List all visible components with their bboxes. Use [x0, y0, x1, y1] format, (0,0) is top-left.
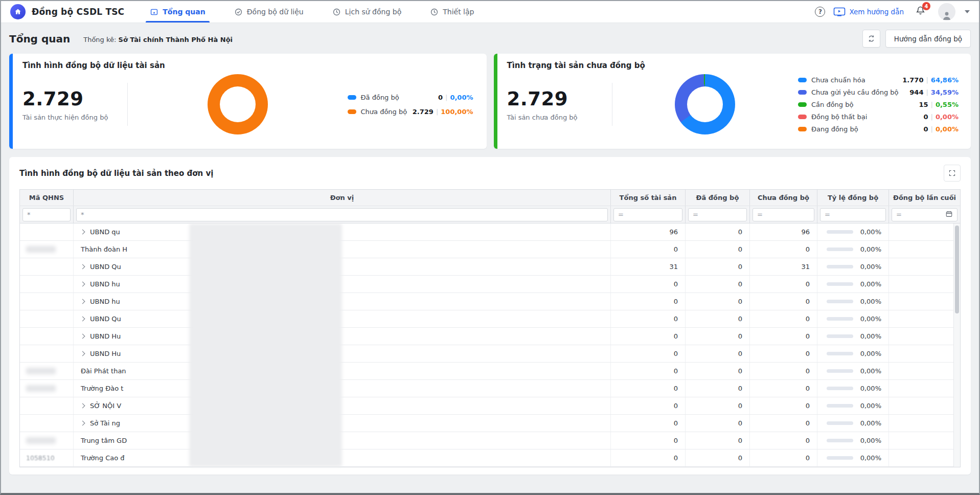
column-header-code[interactable]: Mã QHNS: [20, 190, 74, 206]
tab-lich-su-dong-bo[interactable]: Lịch sử đồng bộ: [331, 1, 402, 22]
tab-thiet-lap[interactable]: Thiết lập: [429, 1, 475, 22]
legend-value: 1.770: [902, 76, 923, 84]
expand-chevron-icon[interactable]: [80, 299, 85, 304]
column-header-unsynced[interactable]: Chưa đồng bộ: [750, 190, 817, 206]
rate-percent: 0,00%: [860, 263, 881, 271]
expand-chevron-icon[interactable]: [80, 351, 85, 356]
cell-rate: 0,00%: [817, 258, 889, 275]
table-row[interactable]: Trường Đào t 0 0 0 0,00%: [20, 380, 960, 397]
table-row[interactable]: UBND Hu 0 0 0 0,00%: [20, 328, 960, 345]
table-row[interactable]: Sở Tài ng 0 0 0 0,00%: [20, 415, 960, 432]
expand-chevron-icon[interactable]: [80, 317, 85, 322]
table-row[interactable]: Đài Phát than 0 0 0 0,00%: [20, 363, 960, 380]
sync-guide-button[interactable]: Hướng dẫn đồng bộ: [885, 30, 971, 48]
column-header-total[interactable]: Tổng số tài sản: [611, 190, 686, 206]
filter-operator: =: [896, 211, 902, 218]
rate-progress-bar: [827, 282, 853, 286]
rate-progress-bar: [827, 404, 853, 408]
fullscreen-icon: [948, 169, 956, 177]
cell-rate: 0,00%: [817, 449, 889, 466]
account-menu-caret-icon[interactable]: [965, 10, 970, 13]
cell-code: 1058510: [20, 449, 74, 466]
cell-unsynced: 0: [750, 310, 817, 327]
stat-block: 2.729 Tài sản chưa đồng bộ: [507, 88, 612, 121]
rate-percent: 0,00%: [860, 280, 881, 288]
cell-rate: 0,00%: [817, 397, 889, 414]
tab-dong-bo-du-lieu[interactable]: Đồng bộ dữ liệu: [233, 1, 305, 22]
table-row[interactable]: SỞ NỘI V 0 0 0 0,00%: [20, 397, 960, 415]
watch-guide-link[interactable]: Xem hướng dẫn: [833, 7, 904, 17]
filter-input-synced[interactable]: =: [688, 208, 747, 221]
tab-label: Lịch sử đồng bộ: [345, 8, 401, 16]
cell-code: [20, 345, 74, 362]
vertical-scrollbar[interactable]: [953, 223, 960, 467]
legend-percent: 64,86%: [931, 76, 959, 84]
refresh-button[interactable]: [862, 30, 880, 48]
cell-unit: UBND hu: [74, 276, 611, 292]
table-row[interactable]: UBND Hu 0 0 0 0,00%: [20, 345, 960, 363]
filter-input-rate[interactable]: =: [820, 208, 886, 221]
filter-input-lastsync[interactable]: =: [892, 208, 958, 221]
header-actions: Hướng dẫn đồng bộ: [862, 30, 971, 48]
cell-total: 0: [611, 363, 686, 379]
guide-link-label: Xem hướng dẫn: [849, 8, 904, 16]
filter-operator: =: [618, 211, 624, 218]
user-avatar[interactable]: [938, 3, 955, 20]
legend-label: Chưa chuẩn hóa: [811, 76, 902, 84]
expand-chevron-icon[interactable]: [80, 230, 85, 235]
legend-item: Chưa gửi yêu cầu đồng bộ 944 | 34,59%: [798, 88, 959, 96]
filter-input-code[interactable]: *: [22, 208, 71, 221]
table-row[interactable]: UBND hu 0 0 0 0,00%: [20, 276, 960, 293]
legend-item: Đã đồng bộ 0 | 0,00%: [348, 94, 473, 101]
table-row[interactable]: Trung tâm GD 0 0 0 0,00%: [20, 432, 960, 449]
filter-input-unit[interactable]: *: [76, 208, 608, 221]
filter-input-unsynced[interactable]: =: [753, 208, 814, 221]
table-row[interactable]: 1058510 Trường Cao đ 0 0 0 0,00%: [20, 449, 960, 467]
chart-legend: Chưa chuẩn hóa 1.770 | 64,86% Chưa gửi y…: [798, 76, 961, 133]
rate-percent: 0,00%: [860, 367, 881, 375]
rate-percent: 0,00%: [860, 402, 881, 410]
table-row[interactable]: UBND Qu 31 0 31 0,00%: [20, 258, 960, 276]
table-row[interactable]: UBND qu 96 0 96 0,00%: [20, 223, 960, 241]
rate-percent: 0,00%: [860, 298, 881, 305]
column-header-lastsync[interactable]: Đồng bộ lần cuối: [889, 190, 960, 206]
app-window: { "misc": { "sep": "|" }, "navbar": { "a…: [0, 0, 980, 495]
column-header-unit[interactable]: Đơn vị: [74, 190, 611, 206]
expand-chevron-icon[interactable]: [80, 264, 85, 269]
filter-input-total[interactable]: =: [613, 208, 682, 221]
scrollbar-thumb[interactable]: [955, 226, 959, 313]
cell-unit: SỞ NỘI V: [74, 397, 611, 414]
cell-total: 0: [611, 380, 686, 397]
help-icon[interactable]: ?: [815, 7, 825, 17]
rate-percent: 0,00%: [860, 315, 881, 323]
table-row[interactable]: UBND Qu 0 0 0 0,00%: [20, 310, 960, 328]
expand-chevron-icon[interactable]: [80, 403, 85, 409]
column-header-rate[interactable]: Tỷ lệ đồng bộ: [817, 190, 889, 206]
tab-label: Đồng bộ dữ liệu: [247, 8, 304, 16]
unit-name: Trường Cao đ: [81, 454, 125, 462]
cell-synced: 0: [686, 293, 750, 310]
expand-chevron-icon[interactable]: [80, 421, 85, 426]
tab-tong-quan[interactable]: Tổng quan: [149, 1, 206, 22]
column-header-synced[interactable]: Đã đồng bộ: [686, 190, 750, 206]
expand-chevron-icon[interactable]: [80, 282, 85, 287]
calendar-icon[interactable]: [945, 210, 953, 219]
expand-chevron-icon[interactable]: [80, 334, 85, 339]
code-redacted-blob: [26, 437, 56, 444]
rate-progress-bar: [827, 248, 853, 251]
legend-item: Đồng bộ thất bại 0 | 0,00%: [798, 113, 959, 121]
tab-label: Tổng quan: [163, 8, 205, 16]
legend-color-pill: [798, 115, 807, 119]
cell-synced: 0: [686, 363, 750, 379]
table-row[interactable]: UBND hu 0 0 0 0,00%: [20, 293, 960, 310]
legend-label: Cần đồng bộ: [811, 101, 919, 108]
notifications-button[interactable]: 4: [915, 5, 926, 18]
cell-code: [20, 241, 74, 258]
stats-label: Thống kê:: [83, 36, 116, 43]
grid-header-row: Mã QHNS Đơn vị Tổng số tài sản Đã đồng b…: [20, 190, 960, 206]
table-row[interactable]: Thành đoàn H 0 0 0 0,00%: [20, 241, 960, 258]
cell-synced: 0: [686, 241, 750, 258]
cell-unit: Thành đoàn H: [74, 241, 611, 258]
cell-rate: 0,00%: [817, 310, 889, 327]
fullscreen-button[interactable]: [944, 165, 961, 182]
